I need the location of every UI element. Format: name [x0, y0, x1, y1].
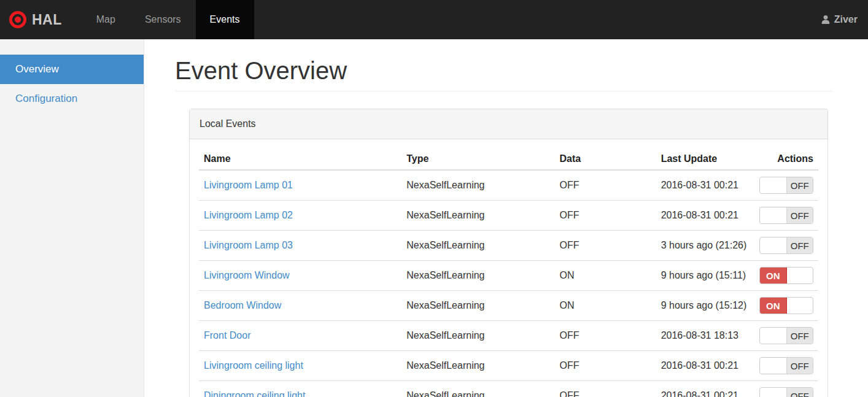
events-table-body: Livingroom Lamp 01 NexaSelfLearning OFF … — [199, 170, 818, 397]
toggle-on-segment — [760, 328, 786, 344]
event-toggle-switch[interactable]: ON — [759, 297, 813, 314]
event-data: OFF — [555, 170, 656, 201]
column-header-data: Data — [555, 148, 656, 170]
tab-map[interactable]: Map — [82, 0, 130, 39]
tab-sensors[interactable]: Sensors — [130, 0, 196, 39]
event-last-update: 2016-08-31 00:21 — [656, 381, 754, 397]
toggle-off-segment: OFF — [786, 177, 813, 193]
column-header-name: Name — [199, 148, 401, 170]
toggle-on-segment — [760, 358, 786, 374]
toggle-off-segment — [787, 268, 813, 283]
event-type: NexaSelfLearning — [401, 351, 554, 381]
event-toggle-switch[interactable]: OFF — [759, 237, 813, 254]
event-data: ON — [555, 291, 656, 321]
local-events-panel: Local Events Name Type Data Last Update … — [189, 109, 828, 397]
toggle-on-segment — [760, 177, 786, 193]
event-type: NexaSelfLearning — [401, 170, 554, 201]
event-last-update: 3 hours ago (21:26) — [656, 231, 754, 261]
tab-events[interactable]: Events — [196, 0, 254, 39]
table-row: Livingroom Lamp 03 NexaSelfLearning OFF … — [199, 231, 818, 261]
sidebar: Overview Configuration — [0, 39, 144, 397]
event-name-link[interactable]: Livingroom Window — [204, 270, 290, 280]
event-name-link[interactable]: Livingroom Lamp 02 — [204, 210, 293, 220]
event-toggle-switch[interactable]: OFF — [759, 177, 813, 194]
event-type: NexaSelfLearning — [401, 321, 554, 351]
toggle-off-segment: OFF — [786, 328, 813, 344]
event-name-link[interactable]: Livingroom Lamp 01 — [204, 180, 293, 190]
event-name-link[interactable]: Livingroom ceiling light — [204, 360, 303, 371]
event-last-update: 2016-08-31 00:21 — [656, 170, 754, 201]
brand[interactable]: HAL — [0, 0, 73, 39]
user-icon — [821, 15, 831, 25]
user-menu[interactable]: Ziver — [821, 0, 868, 39]
event-data: OFF — [555, 201, 656, 231]
toggle-on-segment — [760, 207, 786, 223]
event-data: OFF — [555, 351, 656, 381]
event-toggle-switch[interactable]: OFF — [759, 207, 813, 224]
column-header-type: Type — [401, 148, 554, 170]
toggle-on-segment — [760, 237, 786, 253]
event-last-update: 2016-08-31 00:21 — [656, 351, 754, 381]
events-table: Name Type Data Last Update Actions Livin… — [199, 148, 818, 397]
column-header-last-update: Last Update — [656, 148, 754, 170]
panel-body: Name Type Data Last Update Actions Livin… — [190, 139, 827, 397]
hal-logo-icon — [9, 11, 26, 28]
event-last-update: 9 hours ago (15:12) — [656, 291, 754, 321]
column-header-actions: Actions — [754, 148, 818, 170]
sidebar-item-configuration[interactable]: Configuration — [0, 84, 144, 114]
toggle-on-segment: ON — [760, 268, 787, 283]
table-header-row: Name Type Data Last Update Actions — [199, 148, 818, 170]
page-title: Event Overview — [175, 55, 832, 91]
toggle-off-segment: OFF — [786, 207, 813, 223]
table-row: Front Door NexaSelfLearning OFF 2016-08-… — [199, 321, 818, 351]
event-name-link[interactable]: Front Door — [204, 330, 250, 341]
top-navbar: HAL Map Sensors Events Ziver — [0, 0, 868, 39]
toggle-off-segment: OFF — [786, 388, 813, 397]
main-content: Event Overview Local Events Name Type Da… — [144, 39, 868, 397]
event-name-link[interactable]: Livingroom Lamp 03 — [204, 240, 293, 250]
event-toggle-switch[interactable]: ON — [759, 267, 813, 284]
event-last-update: 2016-08-31 00:21 — [656, 201, 754, 231]
event-data: OFF — [555, 231, 656, 261]
event-type: NexaSelfLearning — [401, 231, 554, 261]
event-type: NexaSelfLearning — [401, 381, 554, 397]
table-row: Livingroom Window NexaSelfLearning ON 9 … — [199, 261, 818, 291]
navbar-tabs: Map Sensors Events — [82, 0, 254, 39]
toggle-off-segment: OFF — [786, 237, 813, 253]
user-name: Ziver — [834, 14, 858, 25]
toggle-on-segment — [760, 388, 786, 397]
event-type: NexaSelfLearning — [401, 261, 554, 291]
brand-label: HAL — [32, 12, 62, 28]
toggle-on-segment: ON — [760, 298, 787, 314]
event-data: ON — [555, 261, 656, 291]
table-row: Livingroom Lamp 01 NexaSelfLearning OFF … — [199, 170, 818, 201]
toggle-off-segment: OFF — [786, 358, 813, 374]
panel-heading: Local Events — [190, 109, 827, 139]
event-toggle-switch[interactable]: OFF — [759, 387, 813, 397]
event-last-update: 2016-08-31 18:13 — [656, 321, 754, 351]
sidebar-item-overview[interactable]: Overview — [0, 55, 144, 84]
table-row: Livingroom Lamp 02 NexaSelfLearning OFF … — [199, 201, 818, 231]
event-name-link[interactable]: Diningroom ceiling light — [204, 390, 305, 397]
table-row: Diningroom ceiling light NexaSelfLearnin… — [199, 381, 818, 397]
event-name-link[interactable]: Bedroom Window — [204, 300, 281, 310]
event-type: NexaSelfLearning — [401, 291, 554, 321]
table-row: Bedroom Window NexaSelfLearning ON 9 hou… — [199, 291, 818, 321]
table-row: Livingroom ceiling light NexaSelfLearnin… — [199, 351, 818, 381]
event-data: OFF — [555, 321, 656, 351]
event-last-update: 9 hours ago (15:11) — [656, 261, 754, 291]
toggle-off-segment — [787, 298, 813, 314]
event-type: NexaSelfLearning — [401, 201, 554, 231]
event-toggle-switch[interactable]: OFF — [759, 357, 813, 374]
event-toggle-switch[interactable]: OFF — [759, 327, 813, 344]
event-data: OFF — [555, 381, 656, 397]
